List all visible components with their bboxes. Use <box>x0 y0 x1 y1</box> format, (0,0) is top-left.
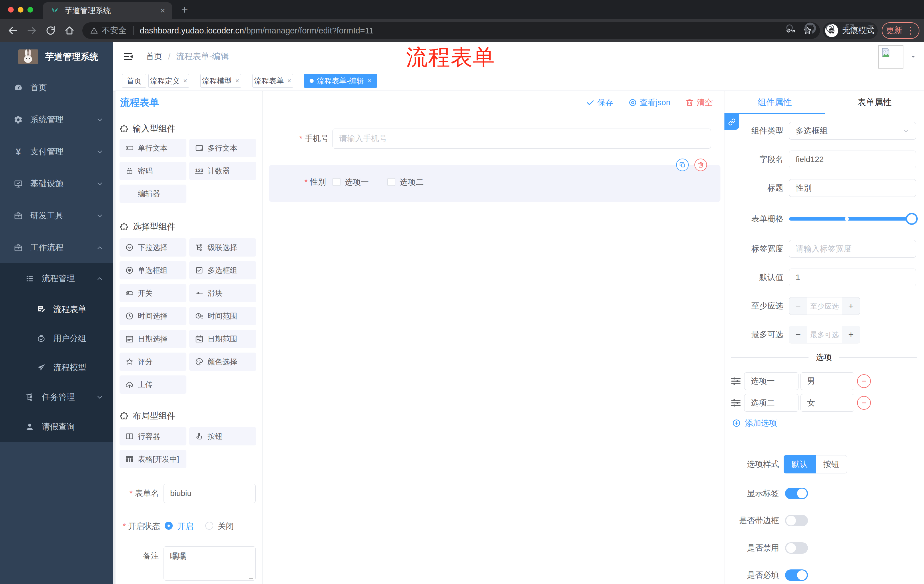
avatar[interactable] <box>878 45 903 69</box>
palette-item-switch[interactable]: 开关 <box>119 284 186 302</box>
stepper-minus-button[interactable]: − <box>789 326 807 343</box>
max-select-placeholder[interactable]: 最多可选 <box>807 326 842 343</box>
component-type-select[interactable]: 多选框组 <box>789 122 916 140</box>
forward-icon[interactable] <box>26 25 37 36</box>
border-toggle[interactable] <box>785 515 808 526</box>
view-json-button[interactable]: 查看json <box>629 97 670 108</box>
textarea-resize-handle[interactable] <box>249 575 253 579</box>
gender-option2-checkbox[interactable] <box>388 178 395 186</box>
palette-item-row-container[interactable]: 行容器 <box>119 427 186 446</box>
palette-item-rate[interactable]: 评分 <box>119 352 186 371</box>
close-window-button[interactable] <box>8 7 14 13</box>
home-icon[interactable] <box>64 25 75 36</box>
github-icon[interactable] <box>805 23 816 34</box>
slider-handle[interactable] <box>906 213 918 225</box>
phone-field-input[interactable] <box>332 128 711 148</box>
field-name-input[interactable] <box>789 151 916 168</box>
sidebar-item-user-group[interactable]: 用户分组 <box>0 325 113 352</box>
form-name-input[interactable] <box>163 484 256 503</box>
tag-close-icon[interactable]: × <box>183 77 187 84</box>
palette-item-date-range[interactable]: 日期范围 <box>189 330 256 348</box>
stepper-plus-button[interactable]: + <box>842 326 860 343</box>
sidebar-item-home[interactable]: 首页 <box>0 74 113 102</box>
style-default-button[interactable]: 默认 <box>784 455 816 474</box>
tag-process-form-edit[interactable]: 流程表单-编辑× <box>304 74 377 88</box>
palette-item-radio-group[interactable]: 单选框组 <box>119 261 186 280</box>
tag-close-icon[interactable]: × <box>367 77 371 84</box>
title-input[interactable] <box>789 179 916 197</box>
palette-item-time-range[interactable]: 时间范围 <box>189 307 256 325</box>
gender-option1-checkbox[interactable] <box>332 178 340 186</box>
sidebar-fold-icon[interactable] <box>122 51 134 62</box>
zoom-window-button[interactable] <box>28 7 33 13</box>
palette-item-slider[interactable]: 滑块 <box>189 284 256 302</box>
fullscreen-icon[interactable] <box>845 23 855 33</box>
gender-option2-label[interactable]: 选项二 <box>400 178 424 187</box>
sidebar-item-payment[interactable]: ¥ 支付管理 <box>0 138 113 165</box>
breadcrumb-home[interactable]: 首页 <box>146 51 162 62</box>
status-off-radio[interactable] <box>205 522 213 530</box>
tag-close-icon[interactable]: × <box>235 77 239 84</box>
status-off-label[interactable]: 关闭 <box>218 522 234 531</box>
form-remark-textarea[interactable]: 嘿嘿 <box>163 546 256 581</box>
sidebar-item-process-mgmt[interactable]: 流程管理 <box>0 265 113 292</box>
chrome-update-button[interactable]: 更新 ⋮ <box>882 22 919 39</box>
option1-value-input[interactable] <box>800 372 854 390</box>
tag-process-form[interactable]: 流程表单× <box>252 74 293 88</box>
palette-item-password[interactable]: 密码 <box>119 162 186 180</box>
palette-item-select[interactable]: 下拉选择 <box>119 238 186 257</box>
palette-item-table[interactable]: 表格[开发中] <box>119 450 186 468</box>
kebab-menu-icon[interactable]: ⋮ <box>906 26 915 35</box>
option1-label-input[interactable] <box>744 372 799 390</box>
palette-item-time-picker[interactable]: 时间选择 <box>119 307 186 325</box>
sidebar-item-infra[interactable]: 基础设施 <box>0 170 113 197</box>
option-drag-handle-icon[interactable] <box>729 375 742 387</box>
back-icon[interactable] <box>7 25 18 36</box>
sidebar-item-process-form[interactable]: 流程表单 <box>0 296 113 323</box>
palette-item-upload[interactable]: 上传 <box>119 375 186 394</box>
reload-icon[interactable] <box>45 25 56 36</box>
browser-tab[interactable]: 芋道管理系统 × <box>43 2 172 19</box>
tab-component-props[interactable]: 组件属性 <box>724 91 825 114</box>
sidebar-item-workflow[interactable]: 工作流程 <box>0 234 113 262</box>
url-bar[interactable]: 不安全 dashboard.yudao.iocoder.cn/bpm/manag… <box>82 22 820 39</box>
font-size-icon[interactable]: TT <box>863 22 875 34</box>
remove-option2-button[interactable] <box>857 396 871 410</box>
stepper-plus-button[interactable]: + <box>842 298 860 314</box>
gender-option1-label[interactable]: 选项一 <box>345 178 369 187</box>
delete-component-button[interactable] <box>695 159 707 171</box>
palette-item-counter[interactable]: 123计数器 <box>189 162 256 180</box>
option2-label-input[interactable] <box>744 394 799 412</box>
sidebar-item-task-mgmt[interactable]: 任务管理 <box>0 383 113 411</box>
save-button[interactable]: 保存 <box>586 97 614 108</box>
tag-process-definition[interactable]: 流程定义× <box>148 74 189 88</box>
tag-home[interactable]: 首页 <box>122 74 146 88</box>
new-tab-button[interactable]: + <box>181 4 188 15</box>
form-grid-slider[interactable] <box>789 217 916 220</box>
minimize-window-button[interactable] <box>18 7 23 13</box>
help-icon[interactable] <box>825 23 835 33</box>
palette-item-single-text[interactable]: 单行文本 <box>119 139 186 157</box>
palette-item-cascader[interactable]: 级联选择 <box>189 238 256 257</box>
disabled-toggle[interactable] <box>785 542 808 554</box>
avatar-caret-icon[interactable] <box>910 53 917 60</box>
required-toggle[interactable] <box>785 569 808 581</box>
option-drag-handle-icon[interactable] <box>729 396 742 409</box>
palette-item-date-picker[interactable]: 日期选择 <box>119 330 186 348</box>
tab-form-props[interactable]: 表单属性 <box>825 91 924 114</box>
search-icon[interactable] <box>785 23 795 33</box>
tab-close-icon[interactable]: × <box>160 6 165 15</box>
palette-item-multi-text[interactable]: 多行文本 <box>189 139 256 157</box>
status-on-radio[interactable] <box>165 522 173 530</box>
clear-button[interactable]: 清空 <box>685 97 713 108</box>
sidebar-item-system[interactable]: 系统管理 <box>0 106 113 133</box>
palette-item-button[interactable]: 按钮 <box>189 427 256 446</box>
style-button-button[interactable]: 按钮 <box>816 455 847 474</box>
palette-item-checkbox-group[interactable]: 多选框组 <box>189 261 256 280</box>
palette-item-color-picker[interactable]: 颜色选择 <box>189 352 256 371</box>
tag-close-icon[interactable]: × <box>287 77 291 84</box>
add-option-button[interactable]: 添加选项 <box>732 418 777 429</box>
show-label-toggle[interactable] <box>785 488 808 499</box>
remove-option1-button[interactable] <box>857 374 871 388</box>
status-on-label[interactable]: 开启 <box>177 522 193 531</box>
